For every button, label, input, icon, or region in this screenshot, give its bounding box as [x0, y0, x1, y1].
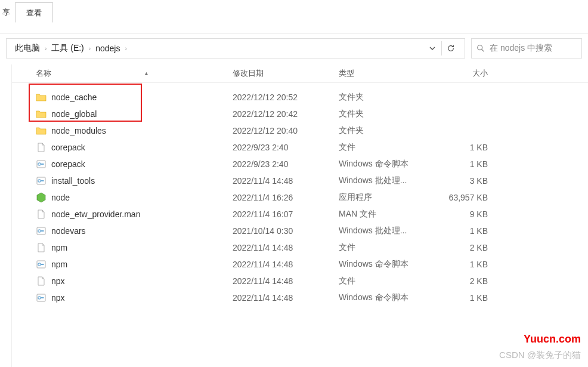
- table-row[interactable]: node_cache2022/12/12 20:52文件夹: [12, 89, 588, 106]
- chevron-right-icon: ›: [44, 45, 48, 52]
- file-size: 1 KB: [433, 159, 493, 169]
- bat-icon: [36, 175, 47, 186]
- svg-rect-7: [41, 180, 44, 181]
- bat-icon: [36, 226, 47, 236]
- file-date: 2022/11/4 14:48: [233, 276, 339, 286]
- file-type: Windows 命令脚本: [339, 259, 433, 270]
- file-date: 2022/12/12 20:52: [233, 92, 339, 102]
- table-row[interactable]: install_tools2022/11/4 14:48Windows 批处理.…: [12, 172, 588, 189]
- file-type: 文件夹: [339, 125, 433, 136]
- file-name: corepack: [51, 159, 85, 169]
- sort-indicator-icon: ▲: [144, 70, 149, 76]
- file-icon: [36, 242, 47, 253]
- column-headers: 名称▲ 修改日期 类型 大小: [12, 64, 588, 83]
- svg-rect-14: [41, 264, 44, 265]
- file-size: 2 KB: [433, 243, 493, 252]
- svg-rect-11: [41, 230, 44, 232]
- header-date[interactable]: 修改日期: [233, 68, 339, 79]
- folder-icon: [36, 109, 47, 119]
- file-name: node_modules: [51, 126, 106, 135]
- file-name: nodevars: [51, 226, 86, 236]
- file-type: Windows 批处理...: [339, 226, 433, 236]
- nav-pane-edge: [0, 64, 12, 367]
- svg-point-0: [478, 45, 482, 50]
- file-type: 文件: [339, 242, 433, 253]
- svg-rect-17: [41, 297, 44, 298]
- file-size: 1 KB: [433, 143, 493, 152]
- search-placeholder: 在 nodejs 中搜索: [490, 43, 552, 54]
- table-row[interactable]: node2022/11/4 16:26应用程序63,957 KB: [12, 189, 588, 206]
- header-size[interactable]: 大小: [433, 68, 493, 79]
- table-row[interactable]: nodevars2021/10/14 0:30Windows 批处理...1 K…: [12, 223, 588, 239]
- table-row[interactable]: node_global2022/12/12 20:42文件夹: [12, 106, 588, 122]
- file-date: 2022/11/4 14:48: [233, 243, 339, 252]
- crumb-pc[interactable]: 此电脑: [11, 42, 44, 55]
- watermark-site: Yuucn.com: [524, 333, 581, 346]
- file-size: 1 KB: [433, 226, 493, 236]
- file-size: 1 KB: [433, 260, 493, 269]
- header-type[interactable]: 类型: [339, 68, 433, 79]
- file-name: npm: [51, 260, 67, 269]
- file-type: MAN 文件: [339, 209, 433, 220]
- file-name: node_cache: [51, 92, 97, 102]
- history-dropdown-button[interactable]: [423, 39, 441, 58]
- chevron-right-icon: ›: [88, 45, 92, 52]
- table-row[interactable]: npm2022/11/4 14:48文件2 KB: [12, 239, 588, 256]
- file-type: 应用程序: [339, 192, 433, 203]
- file-date: 2022/12/12 20:40: [233, 126, 339, 135]
- ribbon-tab-view[interactable]: 查看: [15, 2, 53, 23]
- file-size: 3 KB: [433, 176, 493, 186]
- file-size: 2 KB: [433, 276, 493, 286]
- table-row[interactable]: npx2022/11/4 14:48文件2 KB: [12, 273, 588, 289]
- file-name: node_etw_provider.man: [51, 209, 140, 219]
- ribbon-tab-share[interactable]: 享: [0, 2, 15, 21]
- crumb-folder[interactable]: nodejs: [92, 42, 123, 54]
- table-row[interactable]: corepack2022/9/23 2:40文件1 KB: [12, 139, 588, 156]
- cmd-icon: [36, 159, 47, 169]
- file-type: 文件: [339, 276, 433, 286]
- file-date: 2022/11/4 16:07: [233, 209, 339, 219]
- file-name: node_global: [51, 109, 97, 119]
- file-name: npm: [51, 243, 67, 252]
- file-size: 1 KB: [433, 293, 493, 303]
- file-icon: [36, 142, 47, 153]
- header-name[interactable]: 名称▲: [36, 68, 233, 79]
- file-date: 2022/11/4 16:26: [233, 193, 339, 202]
- file-type: 文件: [339, 142, 433, 153]
- search-input[interactable]: 在 nodejs 中搜索: [471, 38, 582, 58]
- file-date: 2022/11/4 14:48: [233, 293, 339, 303]
- file-type: Windows 命令脚本: [339, 159, 433, 169]
- file-name: npx: [51, 276, 65, 286]
- file-name: node: [51, 193, 70, 202]
- folder-icon: [36, 125, 47, 136]
- file-name: npx: [51, 293, 65, 303]
- table-row[interactable]: npx2022/11/4 14:48Windows 命令脚本1 KB: [12, 289, 588, 306]
- file-type: 文件夹: [339, 92, 433, 103]
- file-icon: [36, 209, 47, 220]
- crumb-drive[interactable]: 工具 (E:): [48, 42, 87, 55]
- file-name: corepack: [51, 143, 85, 152]
- watermark-author: CSDN @装兔子的猫: [499, 350, 581, 361]
- file-icon: [36, 276, 47, 286]
- table-row[interactable]: node_etw_provider.man2022/11/4 16:07MAN …: [12, 206, 588, 223]
- file-date: 2022/9/23 2:40: [233, 143, 339, 152]
- cmd-icon: [36, 259, 47, 270]
- svg-rect-4: [41, 164, 44, 165]
- file-size: 9 KB: [433, 209, 493, 219]
- address-row: 此电脑 › 工具 (E:) › nodejs › 在 nodejs 中搜索: [0, 33, 588, 64]
- file-type: 文件夹: [339, 109, 433, 119]
- table-row[interactable]: npm2022/11/4 14:48Windows 命令脚本1 KB: [12, 256, 588, 273]
- svg-line-1: [482, 50, 484, 52]
- file-date: 2022/12/12 20:42: [233, 109, 339, 119]
- file-date: 2021/10/14 0:30: [233, 226, 339, 236]
- file-date: 2022/9/23 2:40: [233, 159, 339, 169]
- breadcrumb[interactable]: 此电脑 › 工具 (E:) › nodejs ›: [6, 38, 465, 58]
- node-icon: [36, 192, 47, 203]
- file-type: Windows 批处理...: [339, 175, 433, 186]
- table-row[interactable]: node_modules2022/12/12 20:40文件夹: [12, 122, 588, 139]
- table-row[interactable]: corepack2022/9/23 2:40Windows 命令脚本1 KB: [12, 156, 588, 172]
- refresh-button[interactable]: [442, 39, 460, 58]
- file-type: Windows 命令脚本: [339, 292, 433, 303]
- file-name: install_tools: [51, 176, 95, 186]
- file-size: 63,957 KB: [433, 193, 493, 202]
